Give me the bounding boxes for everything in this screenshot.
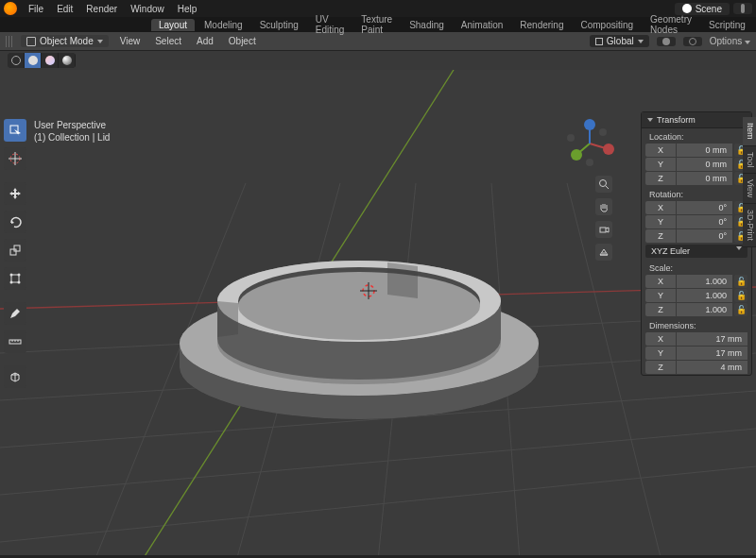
tab-uv-editing[interactable]: UV Editing [308,13,352,36]
snap-toggle[interactable] [657,37,676,46]
add-primitive-tool[interactable] [4,365,26,388]
svg-rect-25 [10,249,16,255]
side-tab-3d-print[interactable]: 3D-Print [743,204,756,247]
cursor-box-icon [9,124,22,137]
select-menu[interactable]: Select [151,35,185,47]
orientation-selector[interactable]: Global [590,35,649,47]
globe-icon [595,38,603,45]
measure-tool[interactable] [4,330,26,353]
solid-shading-button[interactable] [25,53,42,68]
mode-selector[interactable]: Object Mode [21,35,109,47]
navigation-gizmo[interactable] [563,117,616,170]
tab-shading[interactable]: Shading [402,19,452,31]
tab-compositing[interactable]: Compositing [573,19,641,31]
rendered-icon [62,56,72,65]
rotate-tool[interactable] [4,211,26,233]
transform-panel: Transform Location: X0 mm🔓 Y0 mm🔓 Z0 mm🔓… [641,111,752,376]
dimensions-label: Dimensions: [642,317,751,331]
workspace-tabs: Layout Modeling Sculpting UV Editing Tex… [0,17,756,32]
menu-window[interactable]: Window [125,2,170,16]
wireframe-icon [11,56,21,65]
location-label: Location: [642,128,751,143]
chevron-down-icon [647,118,653,122]
view-menu[interactable]: View [116,35,145,47]
tab-texture-paint[interactable]: Texture Paint [353,13,400,36]
rotation-y-field[interactable]: Y0°🔓 [645,215,747,228]
pan-button[interactable] [595,198,612,215]
rotation-x-field[interactable]: X0°🔓 [645,201,747,214]
transform-icon [9,272,22,285]
tab-sculpting[interactable]: Sculpting [252,19,306,31]
blender-logo-icon [4,2,17,15]
toolbar [4,119,26,388]
scale-x-field[interactable]: X1.000🔓 [645,275,747,288]
side-tab-view[interactable]: View [743,174,756,204]
dim-z-field[interactable]: Z4 mm [645,361,747,374]
options-label: Options [710,36,742,46]
chevron-down-icon [638,40,644,43]
menu-edit[interactable]: Edit [51,2,78,16]
tab-rendering[interactable]: Rendering [512,19,571,31]
rendered-shading-button[interactable] [59,53,76,68]
rotation-z-field[interactable]: Z0°🔓 [645,229,747,243]
svg-line-46 [606,186,609,189]
hand-icon [598,201,610,212]
zoom-button[interactable] [595,176,612,193]
magnet-icon [662,38,670,45]
tab-modeling[interactable]: Modeling [197,19,250,31]
scale-tool[interactable] [4,239,26,262]
rotation-order-select[interactable]: XYZ Euler [645,245,747,258]
svg-point-42 [567,134,575,142]
move-icon [9,187,22,200]
scene-icon [682,4,692,13]
dim-y-field[interactable]: Y17 mm [645,347,747,360]
matprev-shading-button[interactable] [42,53,59,68]
cursor-tool[interactable] [4,147,26,170]
side-tab-tool[interactable]: Tool [743,146,756,175]
3d-viewport[interactable]: User Perspective (1) Collection | Lid [0,70,756,555]
tab-animation[interactable]: Animation [454,19,510,31]
lock-icon[interactable]: 🔓 [734,289,747,302]
shading-mode-group [8,53,76,68]
svg-rect-27 [11,275,19,282]
lock-icon[interactable]: 🔓 [734,275,747,288]
dim-x-field[interactable]: X17 mm [645,332,747,346]
side-tab-item[interactable]: Item [743,117,756,146]
transform-panel-header[interactable]: Transform [642,112,751,128]
svg-rect-26 [14,245,20,251]
proportional-edit-toggle[interactable] [683,37,702,46]
panel-title: Transform [657,115,696,125]
annotate-tool[interactable] [4,302,26,325]
select-box-tool[interactable] [4,119,26,142]
viewport-info-overlay: User Perspective (1) Collection | Lid [34,119,110,144]
tab-scripting[interactable]: Scripting [701,19,753,31]
wireframe-shading-button[interactable] [8,53,25,68]
camera-icon [598,224,610,235]
transform-tool[interactable] [4,267,26,290]
location-y-field[interactable]: Y0 mm🔓 [645,158,747,171]
tab-geometry-nodes[interactable]: Geometry Nodes [643,13,699,36]
lock-icon[interactable]: 🔓 [734,303,747,316]
menu-help[interactable]: Help [172,2,203,16]
3d-cursor-icon [9,152,22,165]
svg-point-44 [586,159,593,166]
scene-name: Scene [696,4,722,14]
editor-type-icon[interactable] [6,36,13,47]
menu-file[interactable]: File [23,2,49,16]
options-popover[interactable]: Options [710,36,750,46]
perspective-toggle-button[interactable] [595,244,612,261]
location-x-field[interactable]: X0 mm🔓 [645,144,747,157]
magnify-icon [598,178,610,190]
scale-z-field[interactable]: Z1.000🔓 [645,303,747,316]
menu-render[interactable]: Render [80,2,123,16]
view-layer-selector[interactable] [733,3,752,14]
object-path: (1) Collection | Lid [34,131,110,144]
camera-view-button[interactable] [595,221,612,238]
location-z-field[interactable]: Z0 mm🔓 [645,172,747,185]
move-tool[interactable] [4,182,26,205]
add-menu[interactable]: Add [193,35,217,47]
tab-layout[interactable]: Layout [151,19,195,31]
object-menu[interactable]: Object [225,35,260,47]
scale-y-field[interactable]: Y1.000🔓 [645,289,747,302]
viewport-nav-buttons [595,176,612,261]
